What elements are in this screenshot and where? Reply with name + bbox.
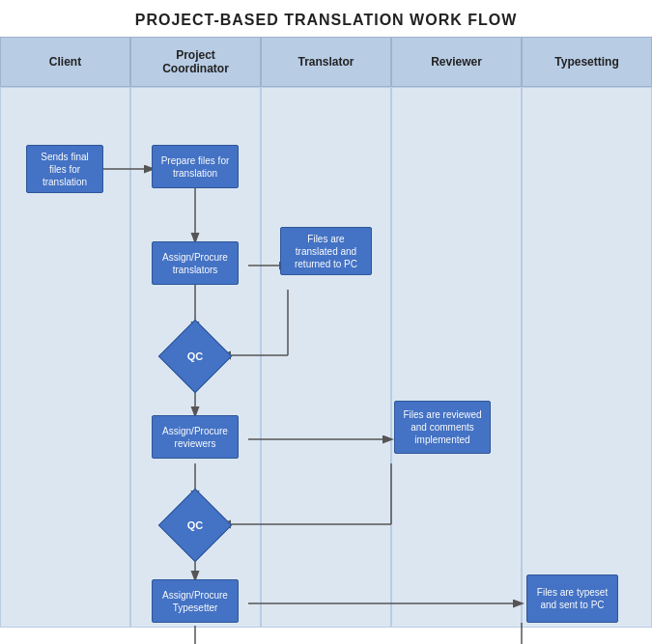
lane-body-translator (261, 87, 391, 628)
lane-body-client (0, 87, 130, 628)
lane-pc: ProjectCoordinator (130, 37, 261, 628)
lane-reviewer: Reviewer (391, 37, 522, 628)
lane-client: Client (0, 37, 130, 628)
lane-header-reviewer: Reviewer (391, 37, 522, 87)
lane-body-reviewer (391, 87, 522, 628)
page-title: PROJECT-BASED TRANSLATION WORK FLOW (0, 0, 652, 37)
lane-typesetting: Typesetting (522, 37, 652, 628)
lane-header-translator: Translator (261, 37, 391, 87)
diagram-wrapper: Client ProjectCoordinator Translator Rev… (0, 37, 652, 628)
lane-header-typesetting: Typesetting (522, 37, 652, 87)
lane-body-pc (130, 87, 261, 628)
lane-header-client: Client (0, 37, 130, 87)
lane-header-pc: ProjectCoordinator (130, 37, 261, 87)
lane-body-typesetting (522, 87, 652, 628)
lane-headers: Client ProjectCoordinator Translator Rev… (0, 37, 652, 628)
lane-translator: Translator (261, 37, 391, 628)
